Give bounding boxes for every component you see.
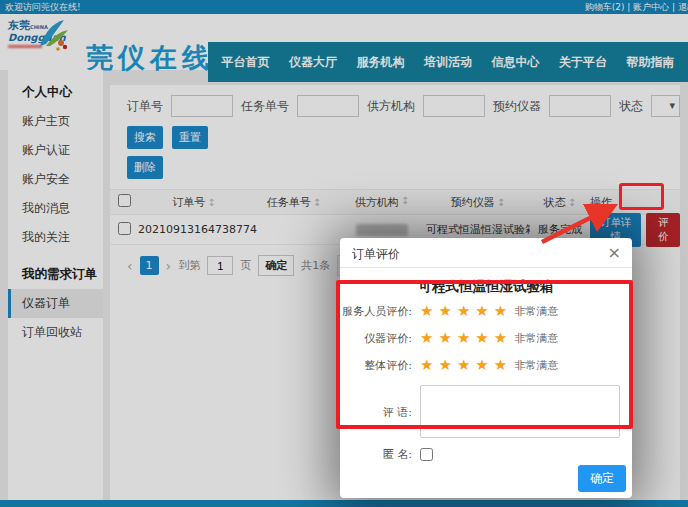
rating-label-instrument: 仪器评价: bbox=[340, 331, 412, 346]
order-review-modal: 订单评价 × 可程式恒温恒湿试验箱 服务人员评价: ★★★★★ 非常满意 仪器评… bbox=[340, 238, 632, 498]
rating-text-instrument: 非常满意 bbox=[514, 331, 558, 346]
modal-title: 订单评价 bbox=[352, 246, 400, 263]
annotation-arrow bbox=[538, 196, 630, 248]
rating-label-overall: 整体评价: bbox=[340, 358, 412, 373]
comment-label: 评 语: bbox=[340, 405, 412, 438]
anonymous-label: 匿 名: bbox=[340, 447, 412, 462]
modal-confirm-button[interactable]: 确定 bbox=[578, 465, 626, 492]
rating-row-overall: 整体评价: ★★★★★ 非常满意 bbox=[340, 353, 632, 377]
rating-text-service: 非常满意 bbox=[514, 304, 558, 319]
rating-text-overall: 非常满意 bbox=[514, 358, 558, 373]
modal-instrument-name: 可程式恒温恒湿试验箱 bbox=[340, 278, 632, 296]
anonymous-row: 匿 名: bbox=[340, 447, 632, 462]
star-rating-instrument[interactable]: ★★★★★ bbox=[420, 329, 512, 347]
comment-textarea[interactable] bbox=[420, 385, 620, 438]
star-rating-service[interactable]: ★★★★★ bbox=[420, 302, 512, 320]
star-rating-overall[interactable]: ★★★★★ bbox=[420, 356, 512, 374]
rating-row-instrument: 仪器评价: ★★★★★ 非常满意 bbox=[340, 326, 632, 350]
anonymous-checkbox[interactable] bbox=[420, 448, 433, 461]
rating-label-service: 服务人员评价: bbox=[340, 304, 412, 319]
rating-row-service: 服务人员评价: ★★★★★ 非常满意 bbox=[340, 299, 632, 323]
comment-row: 评 语: bbox=[340, 385, 632, 438]
